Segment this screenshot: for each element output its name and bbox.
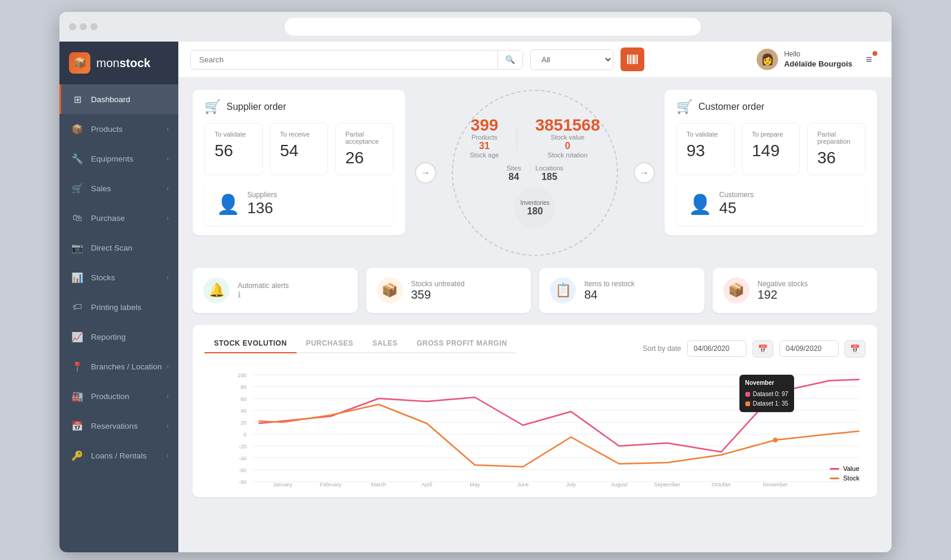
sidebar-item-production[interactable]: 🏭 Production ›: [59, 381, 178, 411]
prev-arrow-button[interactable]: →: [415, 162, 436, 183]
sidebar-chevron-12: ›: [166, 452, 169, 459]
search-button[interactable]: 🔍: [497, 50, 522, 69]
sidebar-logo[interactable]: 📦 monstock: [59, 42, 178, 84]
svg-text:-40: -40: [239, 455, 247, 461]
suppliers-label: Suppliers: [247, 191, 277, 199]
sidebar-icon-12: 🔑: [71, 449, 84, 462]
circle-divider: [517, 126, 517, 150]
sidebar-icon-5: 📷: [71, 241, 84, 254]
alert-label-3: Negative stocks: [758, 280, 808, 288]
chart-tabs: STOCK EVOLUTIONPURCHASESSALESGROSS PROFI…: [204, 334, 517, 353]
svg-text:60: 60: [241, 396, 247, 402]
customer-to-validate-value: 93: [687, 141, 725, 160]
sidebar-nav: ⊞ Dashboard 📦 Products › 🔧 Equipments › …: [59, 84, 178, 552]
sidebar-icon-2: 🔧: [71, 152, 84, 165]
supplier-order-cards: To validate 56 To receive 54 Partial acc…: [204, 123, 393, 175]
chart-tab-1[interactable]: PURCHASES: [297, 334, 363, 353]
search-input[interactable]: [191, 50, 497, 69]
tooltip-title: November: [745, 378, 788, 388]
chart-tab-3[interactable]: GROSS PROFIT MARGIN: [407, 334, 517, 353]
stock-line: [259, 404, 859, 467]
customer-order-title: Customer order: [698, 102, 764, 112]
legend-label-1: Stock: [843, 474, 859, 482]
main-content: 🔍 AllProductsOrdersStocks: [178, 42, 892, 552]
sidebar-icon-8: 📈: [71, 330, 84, 343]
chart-controls-row: STOCK EVOLUTIONPURCHASESSALESGROSS PROFI…: [204, 334, 865, 363]
sidebar-chevron-6: ›: [166, 274, 169, 281]
sidebar-item-purchase[interactable]: 🛍 Purchase ›: [59, 203, 178, 233]
alert-card-3: 📦 Negative stocks 192: [713, 268, 878, 313]
calendar-from-button[interactable]: 📅: [752, 340, 773, 357]
svg-text:20: 20: [241, 420, 247, 426]
chart-tab-2[interactable]: SALES: [363, 334, 407, 353]
supplier-order-header: 🛒 Supplier order: [204, 99, 393, 115]
menu-button[interactable]: ≡: [858, 49, 880, 70]
tooltip-dataset0: Dataset 0: 97: [753, 390, 788, 399]
tooltip-row-1: Dataset 1: 35: [745, 399, 788, 409]
date-from-input[interactable]: [687, 340, 747, 357]
sidebar-label-1: Products: [91, 125, 166, 134]
sidebar-label-4: Purchase: [91, 214, 166, 223]
svg-rect-1: [629, 55, 629, 64]
next-arrow-button[interactable]: →: [634, 162, 655, 183]
alert-label-1: Stocks untreated: [411, 280, 465, 288]
svg-text:40: 40: [241, 408, 247, 414]
svg-rect-3: [632, 55, 632, 64]
svg-text:February: February: [320, 482, 342, 488]
sites-label: Sites: [506, 164, 521, 172]
sidebar-item-dashboard[interactable]: ⊞ Dashboard: [59, 84, 178, 114]
sidebar-item-direct-scan[interactable]: 📷 Direct Scan: [59, 233, 178, 262]
suppliers-value: 136: [247, 199, 277, 217]
sidebar-item-loans---rentals[interactable]: 🔑 Loans / Rentals ›: [59, 441, 178, 470]
locations-label: Locations: [536, 164, 563, 172]
user-text-block: Hello Adélaïde Bourgois: [784, 49, 852, 70]
chart-legend: Value Stock: [830, 465, 859, 482]
supplier-to-validate-card: To validate 56: [204, 123, 263, 175]
inventories-badge: Inventories 180: [514, 187, 556, 229]
supplier-to-receive-value: 54: [280, 141, 318, 160]
alert-text-0: Automatic alerts ℹ: [238, 281, 289, 299]
url-bar[interactable]: [285, 18, 701, 36]
sidebar-item-branches---location[interactable]: 📍 Branches / Location ›: [59, 352, 178, 381]
sidebar-label-8: Reporting: [91, 333, 169, 341]
svg-text:May: May: [470, 482, 480, 488]
menu-notification-dot: [873, 51, 877, 56]
customer-person-icon: 👤: [688, 193, 712, 216]
tooltip-dataset1: Dataset 1: 35: [753, 399, 788, 409]
customer-order-icon: 🛒: [676, 99, 692, 115]
barcode-icon: [626, 53, 638, 65]
logo-icon: 📦: [69, 52, 90, 74]
sidebar: 📦 monstock ⊞ Dashboard 📦 Products › 🔧 Eq…: [59, 42, 178, 552]
sidebar-icon-6: 📊: [71, 271, 84, 284]
sidebar-icon-9: 📍: [71, 360, 84, 373]
alert-icon-3: 📦: [723, 277, 750, 303]
alerts-row: 🔔 Automatic alerts ℹ 📦 Stocks untreated …: [193, 268, 877, 313]
alert-icon-1: 📦: [377, 277, 403, 303]
sites-value: 84: [506, 172, 521, 182]
legend-item-1: Stock: [830, 474, 859, 482]
products-value: 399: [470, 117, 499, 134]
alert-value-3: 192: [758, 288, 808, 302]
sidebar-item-printing-labels[interactable]: 🏷 Printing labels: [59, 292, 178, 322]
user-name: Adélaïde Bourgois: [784, 59, 852, 69]
date-to-input[interactable]: [779, 340, 839, 357]
sidebar-icon-10: 🏭: [71, 390, 84, 403]
sidebar-item-equipments[interactable]: 🔧 Equipments ›: [59, 144, 178, 173]
svg-text:-60: -60: [239, 467, 247, 473]
svg-text:April: April: [421, 482, 432, 488]
calendar-to-button[interactable]: 📅: [845, 340, 865, 357]
sidebar-item-reservations[interactable]: 📅 Reservations ›: [59, 411, 178, 441]
dot-red: [69, 23, 76, 30]
filter-select[interactable]: AllProductsOrdersStocks: [530, 49, 613, 70]
sidebar-item-reporting[interactable]: 📈 Reporting: [59, 322, 178, 352]
barcode-button[interactable]: [621, 48, 644, 71]
user-greeting: Hello: [784, 50, 800, 58]
chart-tab-0[interactable]: STOCK EVOLUTION: [204, 334, 297, 353]
supplier-order-section: 🛒 Supplier order To validate 56 To recei…: [193, 90, 405, 235]
sidebar-item-sales[interactable]: 🛒 Sales ›: [59, 173, 178, 203]
sidebar-label-6: Stocks: [91, 273, 166, 282]
sidebar-item-products[interactable]: 📦 Products ›: [59, 114, 178, 144]
circle-bottom: Sites 84 Locations 185: [470, 164, 600, 229]
sidebar-item-stocks[interactable]: 📊 Stocks ›: [59, 262, 178, 292]
supplier-to-receive-card: To receive 54: [270, 123, 328, 175]
